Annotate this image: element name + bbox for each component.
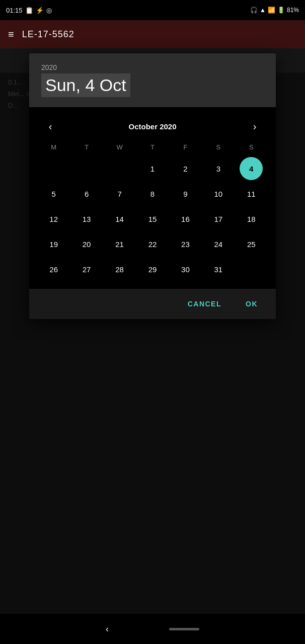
cal-day-1[interactable]: 1 xyxy=(136,157,169,180)
month-label: October 2020 xyxy=(128,122,176,131)
date-picker-dialog: 2020 Sun, 4 Oct ‹ October 2020 › M T W T… xyxy=(29,53,276,319)
day-header-s1: S xyxy=(202,141,235,153)
battery-percent: 81% xyxy=(287,7,299,14)
cal-day-5[interactable]: 5 xyxy=(37,182,70,205)
cal-day-24[interactable]: 24 xyxy=(202,232,235,256)
status-left: 01:15 📋 ⚡ ◎ xyxy=(6,7,52,14)
cal-day-23[interactable]: 23 xyxy=(169,232,202,256)
status-bar: 01:15 📋 ⚡ ◎ 🎧 ▲ 📶 🔋 81% xyxy=(0,0,305,20)
cal-empty xyxy=(70,157,103,180)
cal-empty xyxy=(235,258,268,281)
cal-day-22[interactable]: 22 xyxy=(136,232,169,256)
cal-day-31[interactable]: 31 xyxy=(202,258,235,281)
cal-day-27[interactable]: 27 xyxy=(70,258,103,281)
target-icon: ◎ xyxy=(46,7,52,14)
cal-day-2[interactable]: 2 xyxy=(169,157,202,180)
wifi-icon: ▲ xyxy=(260,7,266,14)
cal-day-21[interactable]: 21 xyxy=(103,232,136,256)
cal-day-18[interactable]: 18 xyxy=(235,207,268,230)
next-month-button[interactable]: › xyxy=(246,117,264,135)
home-pill[interactable] xyxy=(169,628,199,630)
cal-day-3[interactable]: 3 xyxy=(202,157,235,180)
month-nav: ‹ October 2020 › xyxy=(37,111,268,141)
bottom-nav-bar: ‹ xyxy=(0,614,305,644)
dialog-actions: CANCEL OK xyxy=(29,289,276,319)
cal-day-9[interactable]: 9 xyxy=(169,182,202,205)
cal-day-10[interactable]: 10 xyxy=(202,182,235,205)
cal-day-11[interactable]: 11 xyxy=(235,182,268,205)
cal-day-15[interactable]: 15 xyxy=(136,207,169,230)
day-header-s2: S xyxy=(235,141,268,153)
cal-day-6[interactable]: 6 xyxy=(70,182,103,205)
cal-day-13[interactable]: 13 xyxy=(70,207,103,230)
cal-day-19[interactable]: 19 xyxy=(37,232,70,256)
day-header-m: M xyxy=(37,141,70,153)
menu-icon[interactable]: ≡ xyxy=(8,29,14,40)
cal-day-7[interactable]: 7 xyxy=(103,182,136,205)
cal-day-8[interactable]: 8 xyxy=(136,182,169,205)
day-header-w: W xyxy=(103,141,136,153)
cancel-button[interactable]: CANCEL xyxy=(178,295,232,313)
cal-day-4[interactable]: 4 xyxy=(240,157,263,180)
time: 01:15 xyxy=(6,7,23,14)
status-right: 🎧 ▲ 📶 🔋 81% xyxy=(250,7,299,14)
cal-day-12[interactable]: 12 xyxy=(37,207,70,230)
dialog-header: 2020 Sun, 4 Oct xyxy=(29,53,276,107)
day-headers: M T W T F S S xyxy=(37,141,268,153)
cal-empty xyxy=(37,157,70,180)
day-header-t1: T xyxy=(70,141,103,153)
usb-icon: ⚡ xyxy=(36,7,44,14)
calendar-body: ‹ October 2020 › M T W T F S S 1 xyxy=(29,107,276,289)
cal-empty xyxy=(103,157,136,180)
prev-month-button[interactable]: ‹ xyxy=(41,117,59,135)
selected-date-label: Sun, 4 Oct xyxy=(41,73,130,97)
ok-button[interactable]: OK xyxy=(236,295,268,313)
cal-day-25[interactable]: 25 xyxy=(235,232,268,256)
signal-icon: 📶 xyxy=(268,7,275,14)
sim-icon: 📋 xyxy=(25,7,33,14)
year-label: 2020 xyxy=(41,63,264,71)
cal-day-17[interactable]: 17 xyxy=(202,207,235,230)
cal-day-29[interactable]: 29 xyxy=(136,258,169,281)
cal-day-28[interactable]: 28 xyxy=(103,258,136,281)
day-header-f: F xyxy=(169,141,202,153)
day-header-t2: T xyxy=(136,141,169,153)
cal-day-26[interactable]: 26 xyxy=(37,258,70,281)
cal-day-20[interactable]: 20 xyxy=(70,232,103,256)
app-title: LE-17-5562 xyxy=(22,29,74,40)
app-toolbar: ≡ LE-17-5562 xyxy=(0,20,305,48)
cal-day-30[interactable]: 30 xyxy=(169,258,202,281)
cal-day-14[interactable]: 14 xyxy=(103,207,136,230)
battery-icon: 🔋 xyxy=(277,7,285,14)
dialog-overlay: 2020 Sun, 4 Oct ‹ October 2020 › M T W T… xyxy=(0,48,305,614)
calendar-grid: 1 2 3 4 5 6 7 8 9 10 11 12 13 14 15 16 1… xyxy=(37,157,268,281)
cal-day-16[interactable]: 16 xyxy=(169,207,202,230)
headphone-icon: 🎧 xyxy=(250,7,258,14)
back-button[interactable]: ‹ xyxy=(106,624,109,634)
